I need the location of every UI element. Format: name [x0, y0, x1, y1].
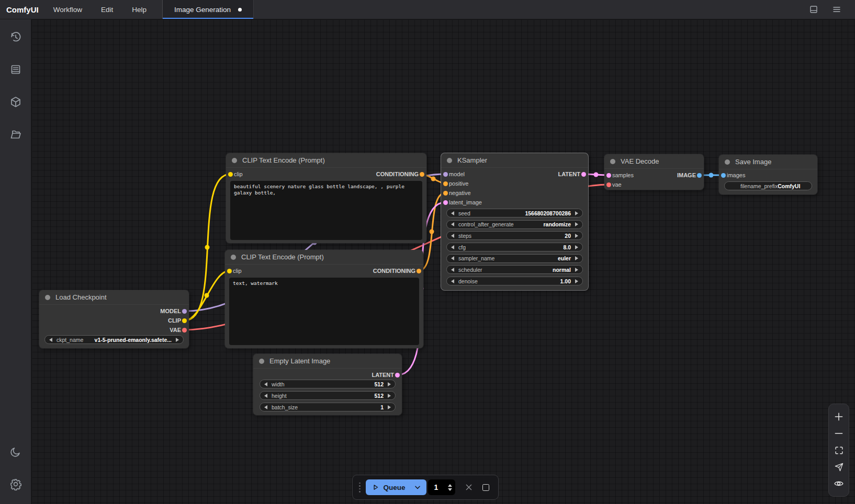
next-value-icon[interactable]	[575, 211, 578, 215]
port-latent-image-in[interactable]	[443, 200, 448, 205]
toggle-link-visibility-button[interactable]	[831, 476, 846, 491]
bottom-panel-toggle-button[interactable]	[806, 2, 822, 17]
prev-value-icon[interactable]	[49, 338, 52, 342]
widget-seed[interactable]: seed 156680208700286	[446, 209, 583, 217]
node-header[interactable]: Load Checkpoint	[39, 290, 189, 305]
next-value-icon[interactable]	[575, 234, 578, 238]
node-empty-latent-image[interactable]: Empty Latent Image LATENT width 512 heig…	[253, 354, 402, 415]
next-value-icon[interactable]	[388, 405, 391, 409]
port-model-out[interactable]	[182, 309, 187, 314]
port-conditioning-out[interactable]	[417, 269, 421, 273]
port-clip-in[interactable]	[227, 269, 232, 273]
collapse-dot[interactable]	[45, 295, 50, 300]
widget-sampler-name[interactable]: sampler_name euler	[446, 254, 583, 263]
node-ksampler[interactable]: KSampler model LATENT positive negative	[441, 153, 588, 290]
workflows-button[interactable]	[5, 124, 26, 145]
queue-options-caret[interactable]	[412, 484, 426, 491]
port-latent-out[interactable]	[581, 172, 586, 177]
zoom-out-button[interactable]	[831, 426, 846, 441]
collapse-dot[interactable]	[725, 159, 730, 165]
next-value-icon[interactable]	[388, 394, 391, 398]
zoom-in-button[interactable]	[831, 409, 846, 424]
node-vae-decode[interactable]: VAE Decode samples IMAGE vae	[604, 154, 704, 190]
next-value-icon[interactable]	[388, 382, 391, 386]
collapse-dot[interactable]	[447, 158, 452, 163]
queue-panel-button[interactable]	[5, 59, 26, 80]
settings-button[interactable]	[5, 474, 26, 495]
next-value-icon[interactable]	[575, 245, 578, 249]
port-clip-in[interactable]	[228, 172, 233, 177]
port-model-in[interactable]	[443, 172, 448, 177]
drag-handle-icon[interactable]	[359, 483, 361, 492]
collapse-dot[interactable]	[259, 359, 264, 364]
node-header[interactable]: Save Image	[719, 155, 817, 169]
port-latent-out[interactable]	[395, 373, 400, 377]
node-header[interactable]: CLIP Text Encode (Prompt)	[226, 153, 426, 168]
prev-value-icon[interactable]	[451, 222, 454, 226]
port-image-out[interactable]	[697, 173, 702, 178]
port-row: latent_image	[441, 198, 588, 207]
collapse-dot[interactable]	[232, 158, 237, 163]
widget-width[interactable]: width 512	[260, 380, 396, 388]
port-negative-in[interactable]	[443, 191, 448, 196]
port-conditioning-out[interactable]	[420, 172, 424, 177]
model-library-button[interactable]	[5, 91, 26, 112]
batch-count-input[interactable]: 1	[428, 479, 455, 495]
widget-cfg[interactable]: cfg 8.0	[446, 243, 583, 251]
widget-batch-size[interactable]: batch_size 1	[260, 403, 396, 411]
next-value-icon[interactable]	[176, 338, 179, 342]
fit-view-button[interactable]	[831, 443, 846, 457]
port-vae-out[interactable]	[182, 328, 187, 333]
prev-value-icon[interactable]	[451, 268, 454, 272]
next-value-icon[interactable]	[575, 256, 578, 260]
prev-value-icon[interactable]	[451, 211, 454, 215]
widget-height[interactable]: height 512	[260, 391, 396, 400]
clear-queue-button[interactable]	[465, 483, 473, 491]
collapse-dot[interactable]	[610, 159, 615, 164]
port-vae-in[interactable]	[606, 182, 611, 187]
menu-help[interactable]: Help	[125, 3, 154, 17]
select-mode-button[interactable]	[831, 460, 846, 474]
prev-value-icon[interactable]	[451, 279, 454, 283]
port-positive-in[interactable]	[443, 181, 448, 186]
prompt-text-field[interactable]: beautiful scenery nature glass bottle la…	[230, 181, 422, 240]
prev-value-icon[interactable]	[451, 245, 454, 249]
next-value-icon[interactable]	[575, 222, 578, 226]
port-clip-out[interactable]	[182, 318, 187, 323]
port-images-in[interactable]	[721, 173, 726, 178]
prev-value-icon[interactable]	[264, 382, 267, 386]
widget-steps[interactable]: steps 20	[446, 231, 583, 240]
widget-scheduler[interactable]: scheduler normal	[446, 265, 583, 274]
node-clip-text-encode-negative[interactable]: CLIP Text Encode (Prompt) clip CONDITION…	[225, 250, 423, 348]
port-samples-in[interactable]	[606, 173, 611, 178]
widget-filename-prefix[interactable]: filename_prefix ComfyUI	[724, 181, 812, 190]
node-header[interactable]: Empty Latent Image	[253, 354, 402, 369]
menu-workflow[interactable]: Workflow	[46, 3, 89, 17]
next-value-icon[interactable]	[575, 279, 578, 283]
widget-ckpt-name[interactable]: ckpt_name v1-5-pruned-emaonly.safete...	[44, 335, 184, 344]
collapse-dot[interactable]	[231, 255, 236, 260]
decrement-icon[interactable]	[448, 488, 452, 491]
next-value-icon[interactable]	[575, 268, 578, 272]
node-header[interactable]: CLIP Text Encode (Prompt)	[225, 250, 423, 265]
menu-edit[interactable]: Edit	[94, 3, 120, 17]
node-header[interactable]: VAE Decode	[604, 154, 704, 169]
node-save-image[interactable]: Save Image images filename_prefix ComfyU…	[719, 155, 817, 194]
widget-denoise[interactable]: denoise 1.00	[446, 277, 583, 285]
history-button[interactable]	[5, 27, 26, 48]
widget-control-after-generate[interactable]: control_after_generate randomize	[446, 220, 583, 229]
node-header[interactable]: KSampler	[441, 153, 588, 168]
tab-image-generation[interactable]: Image Generation	[162, 0, 254, 19]
prev-value-icon[interactable]	[264, 394, 267, 398]
node-load-checkpoint[interactable]: Load Checkpoint MODEL CLIP VAE ckpt_nam	[39, 290, 189, 348]
prev-value-icon[interactable]	[451, 256, 454, 260]
queue-button[interactable]: Queue	[366, 479, 426, 495]
prompt-text-field[interactable]: text, watermark	[229, 278, 419, 345]
theme-toggle-button[interactable]	[5, 441, 26, 462]
node-clip-text-encode-positive[interactable]: CLIP Text Encode (Prompt) clip CONDITION…	[226, 153, 426, 243]
increment-icon[interactable]	[448, 484, 452, 487]
prev-value-icon[interactable]	[264, 405, 267, 409]
main-menu-button[interactable]	[829, 2, 845, 17]
prev-value-icon[interactable]	[451, 234, 454, 238]
stop-button[interactable]	[482, 484, 489, 491]
